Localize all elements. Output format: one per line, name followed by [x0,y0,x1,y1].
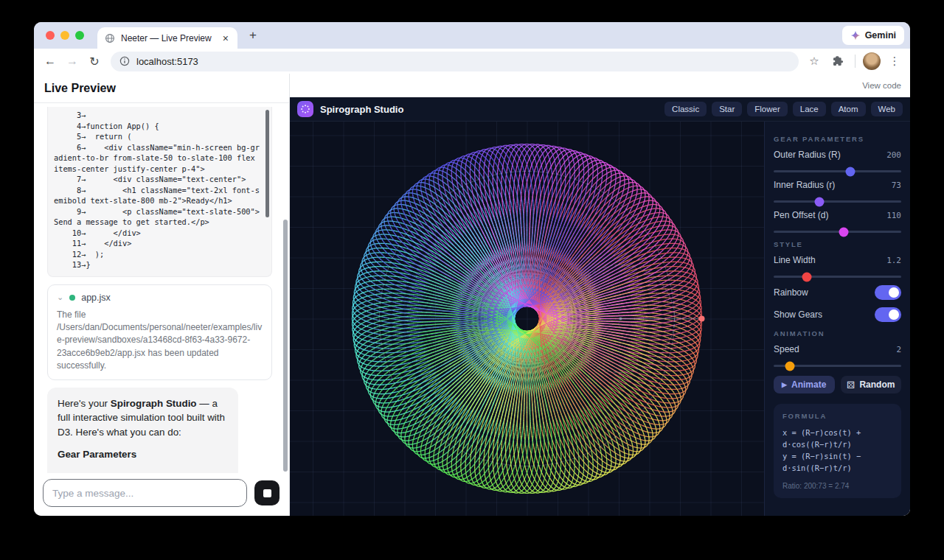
slider-thumb[interactable] [839,227,849,237]
formula-line: x = (R−r)cos(t) + d·cos((R−r)t/r) [782,427,892,450]
gemini-badge[interactable]: Gemini [842,26,904,45]
toggle-row: Show Gears [774,307,901,322]
style-sliders: Line Width 1.2 [774,255,901,278]
tab-close-icon[interactable]: × [221,33,230,43]
view-code-link[interactable]: View code [862,81,901,90]
code-text: 3→ 4→function App() { 5→ return ( 6→ <di… [54,110,263,270]
chat-heading: Gear Parameters [58,447,228,461]
traffic-lights [46,31,84,40]
animate-button[interactable]: ▶ Animate [774,376,835,393]
slider-track[interactable] [774,170,901,172]
file-status-text: The file /Users/dan/Documents/personal/n… [57,309,263,373]
slider-group: Line Width 1.2 [774,255,901,278]
slider-group: Outer Radius (R) 200 [774,150,901,172]
gear-sliders: Outer Radius (R) 200 Inner Radius (r) 73… [774,150,901,233]
slider-group: Inner Radius (r) 73 [774,180,901,203]
toggle-knob [889,309,899,320]
url-bar[interactable]: localhost:5173 [111,52,799,71]
kebab-menu-icon[interactable]: ⋮ [885,55,904,68]
section-label-animation: ANIMATION [774,329,901,337]
slider-thumb[interactable] [785,361,795,371]
toggle-list: Rainbow Show Gears [774,285,901,322]
slider-track[interactable] [774,231,901,233]
slider-track[interactable] [774,276,901,278]
file-name: app.jsx [81,293,111,303]
page-content: Live Preview 3→ 4→function App() { 5→ re… [34,74,910,516]
preset-star[interactable]: Star [712,102,742,116]
new-tab-button[interactable]: + [249,28,257,43]
slider-value: 2 [896,345,901,354]
zoom-window-button[interactable] [75,31,84,40]
bookmark-star-icon[interactable]: ☆ [805,55,824,68]
slider-value: 110 [886,211,901,220]
info-icon[interactable] [119,56,130,66]
globe-favicon-icon [105,33,115,43]
toggle-switch[interactable] [875,307,901,322]
formula-card: FORMULA x = (R−r)cos(t) + d·cos((R−r)t/r… [774,404,901,498]
chat-input-row [34,473,289,516]
minimize-window-button[interactable] [60,31,69,40]
slider-group: Pen Offset (d) 110 [774,210,901,233]
gemini-sparkle-icon [850,30,861,41]
reload-icon[interactable]: ↻ [84,51,105,71]
toggle-label: Rainbow [774,287,808,298]
action-buttons: ▶ Animate ⚄ Random [774,376,901,393]
status-dot [69,295,75,301]
app-header: Spirograph Studio ClassicStarFlowerLaceA… [290,97,910,122]
toggle-row: Rainbow [774,285,901,300]
preset-classic[interactable]: Classic [664,102,707,116]
slider-track[interactable] [774,200,901,203]
back-icon[interactable]: ← [40,51,60,71]
tab-strip: Neeter — Live Preview × + Gemini [34,22,910,49]
dice-icon: ⚄ [847,379,855,391]
spirograph-canvas[interactable] [290,122,764,516]
slider-label: Line Width [774,255,816,265]
app-body: GEAR PARAMETERS Outer Radius (R) 200 Inn… [290,122,910,516]
animation-sliders: Speed 2 [774,344,901,367]
slider-thumb[interactable] [815,197,825,206]
toolbar-divider [855,55,856,68]
browser-window: Neeter — Live Preview × + Gemini ← → ↻ l… [34,22,910,516]
slider-thumb[interactable] [845,167,855,176]
toolbar-right: ☆ ⋮ [805,52,904,70]
panel-scrollbar-thumb[interactable] [283,220,288,472]
message-input[interactable] [43,479,247,507]
preset-atom[interactable]: Atom [831,102,866,116]
browser-toolbar: ← → ↻ localhost:5173 ☆ ⋮ [34,49,910,74]
chat-panel: Live Preview 3→ 4→function App() { 5→ re… [34,74,290,516]
profile-avatar[interactable] [863,52,881,70]
gemini-label: Gemini [865,30,896,41]
url-text: localhost:5173 [136,56,198,67]
section-label-style: STYLE [774,240,901,248]
chevron-down-icon[interactable]: ⌄ [57,295,63,300]
preset-lace[interactable]: Lace [793,102,826,116]
toggle-knob [889,287,899,298]
code-scrollbar-thumb[interactable] [266,110,269,217]
assistant-message: Here's your Spirograph Studio — a full i… [47,388,238,473]
slider-thumb[interactable] [802,272,811,281]
ratio-text: Ratio: 200:73 = 2.74 [782,482,892,490]
file-card-header[interactable]: ⌄ app.jsx [57,293,263,303]
app-logo-icon [297,101,313,117]
chat-scroll-area[interactable]: 3→ 4→function App() { 5→ return ( 6→ <di… [34,103,289,473]
slider-value: 73 [892,181,901,190]
close-window-button[interactable] [46,31,55,40]
controls-sidebar: GEAR PARAMETERS Outer Radius (R) 200 Inn… [764,122,910,516]
toggle-label: Show Gears [774,309,822,320]
browser-tab[interactable]: Neeter — Live Preview × [97,27,237,49]
preset-flower[interactable]: Flower [747,102,788,116]
slider-label: Pen Offset (d) [774,210,828,220]
forward-icon[interactable]: → [62,51,83,71]
random-button[interactable]: ⚄ Random [841,376,902,393]
chat-intro: Here's your Spirograph Studio — a full i… [58,396,228,438]
spirograph-canvas-wrap [290,122,764,516]
file-update-card: ⌄ app.jsx The file /Users/dan/Documents/… [47,284,272,381]
slider-track[interactable] [774,365,901,367]
formula-line: y = (R−r)sin(t) − d·sin((R−r)t/r) [782,450,892,474]
stop-button[interactable] [254,480,280,505]
extensions-puzzle-icon[interactable] [828,55,847,67]
toggle-switch[interactable] [875,285,901,300]
preset-web[interactable]: Web [871,102,903,116]
formula-label: FORMULA [782,412,892,420]
preview-panel: View code Spirograph [290,74,910,516]
